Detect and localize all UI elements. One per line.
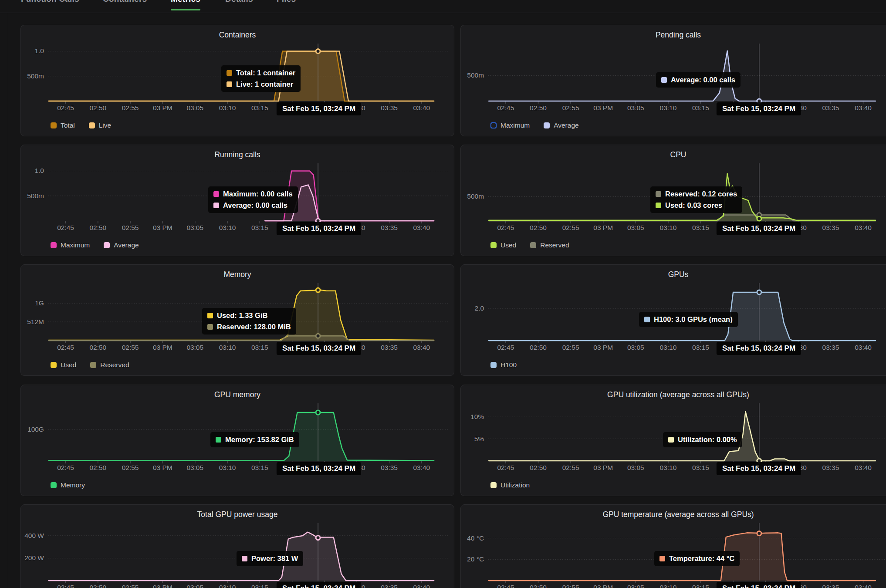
y-axis-label: 1.0 (34, 167, 44, 174)
legend-swatch (51, 242, 57, 248)
legend-label: Reserved (100, 361, 129, 369)
x-axis-label: 02:45 (57, 464, 74, 471)
tooltip-text: Used: 1.33 GiB (217, 311, 267, 320)
chart-card-memory: Memory1G512M02:4502:5002:5503 PM03:0503:… (20, 264, 454, 376)
y-axis-label: 10% (470, 413, 484, 420)
tab-function-calls[interactable]: Function Calls (21, 0, 79, 4)
x-axis-label: 02:50 (530, 104, 547, 112)
legend-swatch (530, 242, 536, 248)
date-tooltip: Sat Feb 15, 03:24 PM (717, 342, 801, 355)
hover-marker (316, 334, 320, 338)
hover-marker (316, 288, 320, 292)
series-swatch (227, 81, 232, 87)
chart-legend: UsedReserved (490, 241, 569, 249)
x-axis-label: 02:50 (89, 464, 106, 471)
x-axis-label: 03:10 (660, 584, 677, 588)
series-tooltip: Maximum: 0.00 callsAverage: 0.00 calls (208, 186, 298, 213)
tooltip-text: Power: 381 W (251, 554, 298, 563)
series-swatch (227, 70, 232, 76)
legend-item-maximum[interactable]: Maximum (490, 122, 530, 129)
x-axis-label: 02:55 (122, 344, 139, 351)
legend-item-utilization[interactable]: Utilization (490, 481, 530, 489)
tab-metrics[interactable]: Metrics (171, 0, 200, 4)
hover-marker (757, 290, 761, 294)
tooltip-text: Live: 1 container (236, 80, 293, 88)
y-axis-label: 500m (27, 72, 44, 80)
chart-card-running-calls: Running calls1.0500m02:4502:5002:5503 PM… (20, 145, 454, 256)
x-axis-label: 03:10 (660, 224, 677, 231)
hover-marker (316, 410, 320, 415)
date-tooltip: Sat Feb 15, 03:24 PM (717, 222, 801, 235)
date-tooltip: Sat Feb 15, 03:24 PM (717, 102, 801, 115)
legend-item-memory[interactable]: Memory (51, 481, 85, 489)
legend-swatch (490, 122, 497, 128)
tooltip-text: Utilization: 0.00% (678, 436, 737, 444)
legend-label: Used (61, 361, 76, 369)
tooltip-text: Average: 0.00 calls (223, 201, 287, 210)
series-swatch (661, 77, 667, 83)
x-axis-label: 02:45 (497, 464, 514, 471)
legend-item-total[interactable]: Total (51, 122, 75, 129)
y-axis-label: 500m (467, 193, 484, 200)
legend-item-maximum[interactable]: Maximum (51, 241, 90, 249)
series-swatch (656, 203, 661, 208)
legend-swatch (490, 242, 497, 248)
y-axis-label: 400 W (24, 532, 44, 539)
date-tooltip: Sat Feb 15, 03:24 PM (277, 342, 361, 355)
x-axis-label: 02:50 (89, 344, 106, 351)
chart-title: Running calls (21, 150, 454, 159)
legend-item-reserved[interactable]: Reserved (530, 241, 569, 249)
date-tooltip: Sat Feb 15, 03:24 PM (277, 462, 361, 475)
x-axis-label: 03:05 (186, 104, 203, 112)
legend-label: Live (99, 122, 111, 129)
x-axis-label: 03:05 (186, 224, 203, 231)
x-axis-label: 03:15 (692, 224, 709, 231)
chart-plot[interactable]: 100G02:4502:5002:5503 PM03:0503:1003:150… (21, 400, 454, 463)
date-tooltip: Sat Feb 15, 03:24 PM (277, 102, 361, 115)
y-axis-label: 1G (35, 299, 44, 307)
chart-plot[interactable]: 2.002:4502:5002:5503 PM03:0503:1003:1503… (461, 280, 886, 343)
legend-item-reserved[interactable]: Reserved (90, 361, 129, 369)
chart-plot[interactable]: 10%5%02:4502:5002:5503 PM03:0503:1003:15… (461, 400, 886, 463)
legend-item-h100[interactable]: H100 (490, 361, 517, 369)
series-tooltip: Power: 381 W (237, 551, 303, 566)
x-axis-label: 03:05 (627, 584, 644, 588)
chart-plot[interactable]: 500m02:4502:5002:5503 PM03:0503:1003:150… (461, 40, 886, 104)
legend-label: Reserved (540, 241, 569, 249)
series-swatch (216, 437, 221, 443)
x-axis-label: 02:45 (497, 344, 514, 351)
y-axis-label: 500m (467, 71, 484, 79)
x-axis-label: 03:05 (627, 104, 644, 112)
x-axis-label: 03:15 (251, 464, 268, 471)
chart-card-gpu-power: Total GPU power usage400 W200 W02:4502:5… (20, 504, 454, 588)
x-axis-label: 03:35 (822, 224, 839, 231)
series-tooltip: Memory: 153.82 GiB (210, 432, 299, 447)
series-swatch (242, 556, 247, 561)
chart-legend: H100 (490, 361, 517, 369)
legend-item-live[interactable]: Live (89, 122, 111, 129)
legend-item-average[interactable]: Average (104, 241, 139, 249)
y-axis-label: 40 °C (467, 534, 484, 542)
x-axis-label: 03:15 (251, 224, 268, 231)
tab-details[interactable]: Details (225, 0, 253, 4)
chart-card-cpu: CPU500m02:4502:5002:5503 PM03:0503:1003:… (460, 145, 886, 256)
tab-files[interactable]: Files (277, 0, 296, 4)
legend-item-average[interactable]: Average (544, 122, 578, 129)
chart-title: Pending calls (461, 30, 886, 40)
hover-marker (757, 531, 761, 536)
legend-swatch (51, 482, 57, 488)
chart-legend: MaximumAverage (51, 241, 139, 249)
legend-item-used[interactable]: Used (490, 241, 516, 249)
x-axis-label: 02:55 (122, 584, 139, 588)
chart-title: GPU temperature (average across all GPUs… (461, 510, 886, 519)
chart-title: Containers (21, 30, 454, 40)
x-axis-label: 03:05 (186, 584, 203, 588)
legend-item-used[interactable]: Used (51, 361, 76, 369)
x-axis-label: 03:10 (660, 464, 677, 471)
tooltip-text: Average: 0.00 calls (671, 76, 735, 84)
x-axis-label: 03:05 (186, 464, 203, 471)
x-axis-label: 03:35 (381, 224, 398, 231)
tab-containers[interactable]: Containers (103, 0, 147, 4)
x-axis-label: 03 PM (153, 224, 172, 231)
x-axis-label: 03:10 (219, 344, 236, 351)
